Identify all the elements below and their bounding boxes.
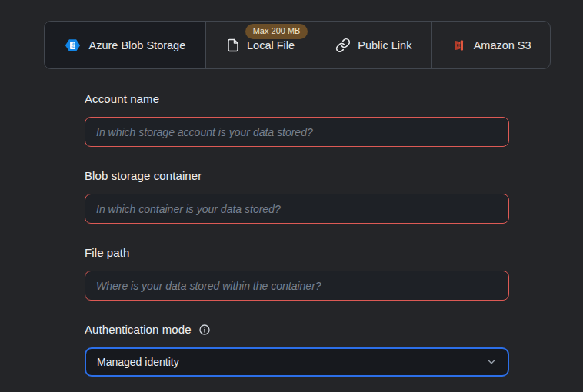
- tab-label: Amazon S3: [474, 39, 531, 51]
- max-size-badge: Max 200 MB: [245, 24, 308, 39]
- data-source-panel: 10 01 Azure Blob Storage Max 200 MB Loca…: [0, 0, 583, 392]
- tab-local-file[interactable]: Max 200 MB Local File: [206, 22, 316, 68]
- tab-amazon-s3[interactable]: Amazon S3: [432, 22, 550, 68]
- account-name-input[interactable]: [85, 117, 509, 147]
- account-name-label: Account name: [85, 92, 159, 105]
- blob-container-label: Blob storage container: [85, 169, 202, 182]
- document-icon: [226, 38, 240, 53]
- tab-label: Public Link: [358, 39, 411, 51]
- tab-azure-blob-storage[interactable]: 10 01 Azure Blob Storage: [45, 22, 206, 68]
- s3-bucket-icon: [451, 38, 467, 53]
- link-icon: [335, 38, 351, 53]
- tab-label: Azure Blob Storage: [88, 39, 185, 51]
- info-icon[interactable]: [198, 324, 211, 336]
- data-source-tabbar: 10 01 Azure Blob Storage Max 200 MB Loca…: [44, 21, 551, 69]
- auth-mode-select[interactable]: Managed identity: [85, 347, 509, 377]
- auth-mode-selected-value: Managed identity: [97, 356, 179, 368]
- azure-blob-icon: 10 01: [64, 37, 82, 54]
- auth-mode-label: Authentication mode: [85, 323, 192, 336]
- chevron-down-icon: [486, 357, 497, 367]
- file-path-input[interactable]: [85, 271, 509, 301]
- blob-container-input[interactable]: [85, 194, 509, 224]
- tab-label: Local File: [247, 39, 295, 51]
- tab-public-link[interactable]: Public Link: [315, 22, 432, 68]
- svg-text:01: 01: [72, 45, 75, 48]
- file-path-label: File path: [85, 246, 129, 259]
- auth-mode-label-row: Authentication mode: [85, 323, 211, 336]
